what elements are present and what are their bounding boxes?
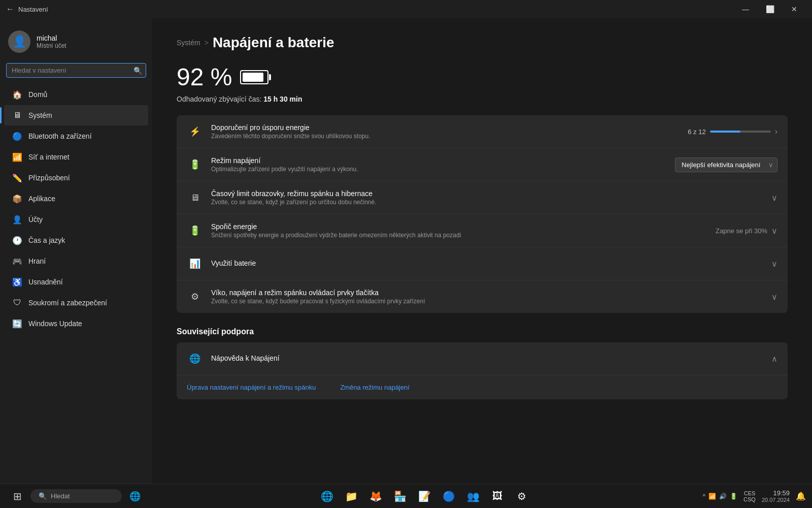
support-card: 🌐 Nápověda k Napájení ∧ Úprava nastavení…: [177, 342, 788, 399]
copilot-button[interactable]: 🌐: [124, 486, 146, 506]
clock-date: 20.07.2024: [762, 497, 790, 503]
edge-icon[interactable]: 🌐: [316, 486, 338, 506]
nav-list: 🏠 Domů 🖥 Systém 🔵 Bluetooth a zařízení 📶…: [0, 84, 152, 334]
nav-label-bluetooth: Bluetooth a zařízení: [28, 132, 92, 140]
minimize-button[interactable]: —: [734, 0, 757, 18]
row-right-text-battery-saver: Zapne se při 30%: [716, 227, 767, 235]
content-area: Systém > Napájení a baterie 92 % Odhadov…: [152, 18, 812, 484]
user-info: michal Místní účet: [37, 34, 66, 49]
sidebar-item-time[interactable]: 🕐 Čas a jazyk: [4, 230, 148, 250]
nav-icon-update: 🔄: [12, 319, 22, 329]
sidebar-item-home[interactable]: 🏠 Domů: [4, 84, 148, 105]
nav-icon-accounts: 👤: [12, 214, 22, 225]
lang-bottom: CSQ: [743, 496, 756, 502]
sidebar-item-accounts[interactable]: 👤 Účty: [4, 209, 148, 230]
photos-icon[interactable]: 🖼: [486, 486, 509, 506]
chrome-icon[interactable]: 🔵: [437, 486, 460, 506]
browser-icon[interactable]: 🦊: [364, 486, 387, 506]
sidebar-item-gaming[interactable]: 🎮 Hraní: [4, 251, 148, 271]
start-button[interactable]: ⊞: [6, 486, 28, 506]
settings-icon[interactable]: ⚙: [511, 486, 533, 506]
settings-row-battery-saver[interactable]: 🔋 Spořič energie Snížení spotřeby energi…: [177, 214, 788, 247]
search-icon-taskbar: 🔍: [39, 492, 47, 500]
titlebar-controls: — ⬜ ✕: [734, 0, 806, 18]
settings-row-power-mode[interactable]: 🔋 Režim napájení Optimalizujte zařízení …: [177, 148, 788, 181]
todo-icon[interactable]: 📝: [413, 486, 435, 506]
sidebar-item-update[interactable]: 🔄 Windows Update: [4, 313, 148, 334]
taskbar-center: 🌐📁🦊🏪📝🔵👥🖼⚙: [316, 486, 533, 506]
chevron-icon[interactable]: ^: [702, 493, 705, 500]
settings-row-power-buttons[interactable]: ⚙ Víko, napájení a režim spánku ovládací…: [177, 280, 788, 313]
sidebar-item-apps[interactable]: 📦 Aplikace: [4, 188, 148, 209]
nav-icon-accessibility: ♿: [12, 277, 22, 287]
search-icon: 🔍: [133, 67, 142, 75]
row-desc-battery-saver: Snížení spotřeby energie a prodloužení v…: [211, 232, 716, 239]
settings-row-energy-recommendations[interactable]: ⚡ Doporučení pro úsporu energie Zavedení…: [177, 115, 788, 148]
support-link-link1[interactable]: Úprava nastavení napájení a režimu spánk…: [187, 384, 316, 391]
support-links-row: Úprava nastavení napájení a režimu spánk…: [177, 375, 788, 399]
chevron-icon-battery-saver: ∨: [771, 226, 777, 236]
support-row[interactable]: 🌐 Nápověda k Napájení ∧: [177, 342, 788, 375]
nav-icon-home: 🏠: [12, 89, 22, 100]
titlebar-left: ← Nastavení: [6, 5, 48, 14]
row-icon-battery-saver: 🔋: [187, 223, 203, 239]
battery-icon: [240, 70, 268, 84]
nav-label-network: Síť a internet: [28, 153, 70, 161]
support-link-link2[interactable]: Změna režimu napájení: [340, 384, 410, 391]
search-input[interactable]: [6, 63, 146, 78]
sidebar-item-network[interactable]: 📶 Síť a internet: [4, 147, 148, 167]
main-layout: 👤 michal Místní účet 🔍 🏠 Domů 🖥 Systém 🔵…: [0, 18, 812, 484]
teams-icon[interactable]: 👥: [462, 486, 484, 506]
battery-time: Odhadovaný zbývající čas: 15 h 30 min: [177, 95, 788, 103]
nav-label-system: Systém: [28, 111, 52, 119]
settings-row-screen-timeout[interactable]: 🖥 Časový limit obrazovky, režimu spánku …: [177, 181, 788, 214]
taskbar: ⊞ 🔍 Hledat 🌐 🌐📁🦊🏪📝🔵👥🖼⚙ ^ 📶 🔊 🔋 CES CSQ 1…: [0, 484, 812, 508]
folder-icon[interactable]: 📁: [340, 486, 362, 506]
progress-bar: [710, 131, 771, 133]
nav-label-home: Domů: [28, 90, 47, 99]
sidebar-item-privacy[interactable]: 🛡 Soukromí a zabezpečení: [4, 293, 148, 313]
battery-display: 92 %: [177, 63, 788, 91]
volume-icon: 🔊: [719, 493, 727, 500]
nav-label-time: Čas a jazyk: [28, 236, 65, 244]
row-title-power-mode: Režim napájení: [211, 156, 675, 165]
maximize-button[interactable]: ⬜: [758, 0, 782, 18]
row-title-energy-recommendations: Doporučení pro úsporu energie: [211, 123, 688, 132]
breadcrumb-parent: Systém: [177, 39, 200, 47]
nav-icon-time: 🕐: [12, 235, 22, 245]
taskbar-search-label: Hledat: [51, 492, 70, 500]
progress-fill: [710, 131, 740, 133]
nav-label-accessibility: Usnadnění: [28, 278, 63, 286]
taskbar-right: ^ 📶 🔊 🔋 CES CSQ 19:59 20.07.2024 🔔: [702, 489, 806, 503]
breadcrumb: Systém > Napájení a baterie: [177, 35, 788, 51]
taskbar-search[interactable]: 🔍 Hledat: [30, 489, 122, 503]
row-icon-power-mode: 🔋: [187, 156, 203, 173]
sidebar-item-bluetooth[interactable]: 🔵 Bluetooth a zařízení: [4, 126, 148, 146]
sidebar-item-accessibility[interactable]: ♿ Usnadnění: [4, 272, 148, 292]
row-desc-energy-recommendations: Zavedením těchto doporučení snižte svou …: [211, 133, 688, 140]
notification-icon[interactable]: 🔔: [796, 491, 806, 501]
battery-time-value: 15 h 30 min: [263, 95, 302, 103]
clock: 19:59 20.07.2024: [762, 489, 790, 503]
row-title-battery-usage: Využití baterie: [211, 259, 771, 267]
system-icons: ^ 📶 🔊 🔋: [702, 493, 737, 500]
support-title: Nápověda k Napájení: [211, 354, 771, 362]
power-mode-select[interactable]: Nejlepší efektivita napájení: [675, 157, 777, 172]
nav-icon-personalization: ✏️: [12, 173, 22, 183]
user-section: 👤 michal Místní účet: [0, 24, 152, 63]
search-box[interactable]: 🔍: [6, 63, 146, 78]
sidebar-item-system[interactable]: 🖥 Systém: [4, 105, 148, 125]
progress-label: 6 z 12: [688, 128, 705, 136]
row-desc-screen-timeout: Zvolte, co se stane, když je zařízení po…: [211, 199, 771, 206]
user-name: michal: [37, 34, 66, 42]
close-button[interactable]: ✕: [783, 0, 806, 18]
settings-row-battery-usage[interactable]: 📊 Využití baterie ∨: [177, 247, 788, 280]
battery-percent: 92 %: [177, 63, 232, 91]
battery-fill: [243, 73, 263, 82]
chevron-icon-battery-usage: ∨: [771, 259, 777, 269]
nav-icon-network: 📶: [12, 152, 22, 162]
sidebar-item-personalization[interactable]: ✏️ Přizpůsobení: [4, 168, 148, 188]
back-button[interactable]: ←: [6, 5, 14, 14]
dropdown-wrapper[interactable]: Nejlepší efektivita napájení ∨: [675, 157, 777, 172]
store-icon[interactable]: 🏪: [389, 486, 411, 506]
